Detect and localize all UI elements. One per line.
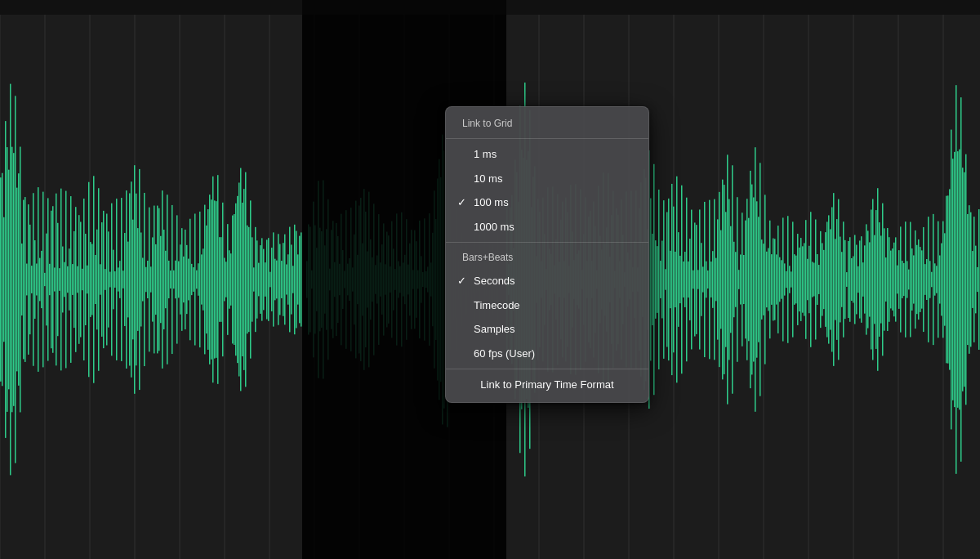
menu-item-1000ms[interactable]: 1000 ms — [446, 215, 648, 239]
menu-item-10ms[interactable]: 10 ms — [446, 167, 648, 191]
menu-item-timecode[interactable]: Timecode — [446, 293, 648, 318]
menu-item-link-primary[interactable]: Link to Primary Time Format — [446, 373, 648, 397]
menu-item-100ms[interactable]: 100 ms — [446, 190, 648, 215]
menu-item-1ms[interactable]: 1 ms — [446, 142, 648, 167]
menu-separator-3 — [446, 369, 648, 369]
menu-header-link-to-grid: Link to Grid — [446, 112, 648, 135]
menu-item-seconds[interactable]: Seconds — [446, 269, 648, 293]
context-menu: Link to Grid 1 ms 10 ms 100 ms 1000 ms B… — [445, 106, 649, 403]
menu-item-60fps[interactable]: 60 fps (User) — [446, 342, 648, 366]
menu-item-samples[interactable]: Samples — [446, 317, 648, 342]
menu-separator-1 — [446, 138, 648, 139]
menu-separator-2 — [446, 242, 648, 243]
menu-header-bars-beats: Bars+Beats — [446, 246, 648, 269]
